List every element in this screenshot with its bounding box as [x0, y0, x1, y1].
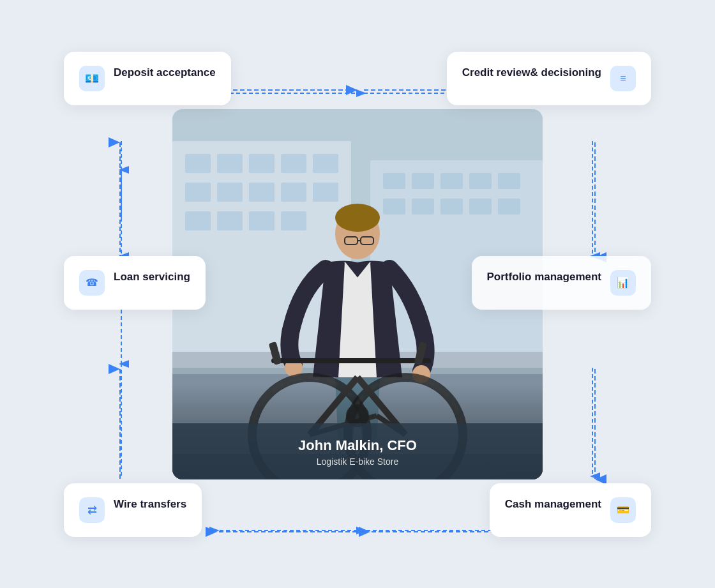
svg-rect-34	[313, 183, 338, 202]
card-portfolio: 📊 Portfolio management	[472, 256, 651, 310]
svg-rect-37	[249, 211, 275, 230]
loan-icon: ☎	[79, 270, 105, 296]
portfolio-icon: 📊	[610, 270, 636, 296]
cash-label: Cash management	[505, 497, 601, 512]
svg-rect-43	[469, 173, 492, 189]
svg-rect-33	[281, 183, 306, 202]
svg-rect-36	[217, 211, 243, 230]
main-container: John Malkin, CFO Logistik E-bike Store 💶…	[45, 33, 670, 556]
svg-rect-28	[281, 154, 306, 173]
card-loan: ☎ Loan servicing	[64, 256, 206, 310]
svg-rect-35	[185, 211, 211, 230]
card-cash: 💳 Cash management	[490, 483, 651, 537]
svg-rect-26	[217, 154, 243, 173]
svg-rect-27	[249, 154, 275, 173]
cash-icon: 💳	[610, 497, 636, 523]
card-credit: ≡ Credit review& decisioning	[447, 52, 651, 105]
svg-rect-44	[498, 173, 520, 189]
svg-point-57	[335, 204, 380, 232]
svg-rect-46	[412, 199, 434, 215]
credit-label: Credit review& decisioning	[462, 66, 601, 80]
svg-rect-48	[469, 199, 492, 215]
svg-rect-41	[412, 173, 434, 189]
person-name: John Malkin, CFO	[185, 437, 530, 454]
svg-rect-60	[271, 358, 431, 363]
portfolio-label: Portfolio management	[487, 270, 601, 285]
loan-label: Loan servicing	[114, 270, 190, 285]
svg-rect-29	[313, 154, 338, 173]
caption-overlay: John Malkin, CFO Logistik E-bike Store	[172, 423, 543, 479]
deposit-icon: 💶	[79, 66, 105, 91]
svg-rect-49	[498, 199, 520, 215]
svg-rect-47	[440, 199, 463, 215]
svg-rect-42	[440, 173, 463, 189]
credit-icon: ≡	[610, 66, 636, 91]
deposit-label: Deposit acceptance	[114, 66, 216, 80]
card-deposit: 💶 Deposit acceptance	[64, 52, 231, 105]
svg-rect-32	[249, 183, 275, 202]
svg-rect-31	[217, 183, 243, 202]
card-wire: ⇄ Wire transfers	[64, 483, 202, 537]
svg-rect-40	[383, 173, 405, 189]
svg-rect-45	[383, 199, 405, 215]
svg-rect-38	[281, 211, 306, 230]
svg-rect-25	[185, 154, 211, 173]
wire-label: Wire transfers	[114, 497, 186, 512]
person-subtitle: Logistik E-bike Store	[185, 456, 530, 467]
svg-rect-30	[185, 183, 211, 202]
wire-icon: ⇄	[79, 497, 105, 523]
